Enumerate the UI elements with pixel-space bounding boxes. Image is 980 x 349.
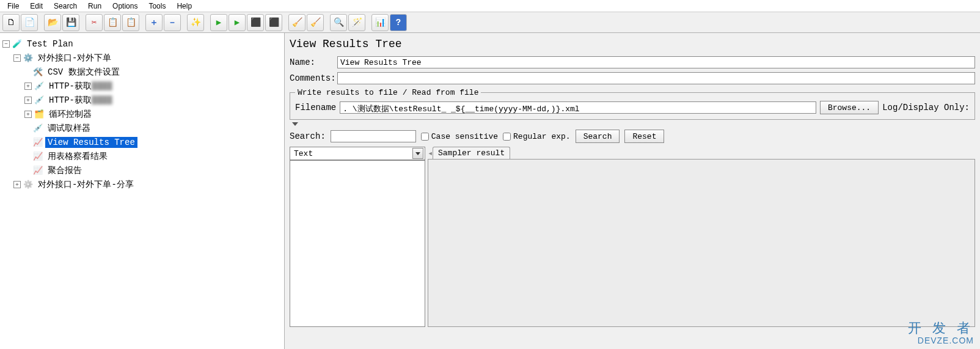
panel-title: View Results Tree: [290, 38, 975, 50]
menubar: File Edit Search Run Options Tools Help: [0, 0, 980, 12]
clear-all-icon[interactable]: 🧹: [307, 14, 324, 31]
filename-input[interactable]: . \测试数据\testResult_ _${__time(yyyy-MM-dd…: [340, 101, 816, 114]
toolbar: 🗋 📄 📂 💾 ✂ 📋 📋 ＋ － ✨ ▶ ▶ ⬛ ⬛ 🧹 🧹 🔍 🪄 📊 ?: [0, 12, 980, 33]
tools-icon: 🛠️: [33, 67, 43, 77]
result-icon: 📈: [33, 138, 43, 147]
log-display-label: Log/Display Only:: [882, 103, 970, 112]
clear-icon[interactable]: 🧹: [288, 14, 305, 31]
chevron-down-icon[interactable]: [412, 148, 423, 159]
add-icon[interactable]: ＋: [145, 14, 163, 31]
start-icon[interactable]: ▶: [210, 14, 227, 31]
search-toolbar-icon[interactable]: 🔍: [330, 14, 347, 31]
cut-icon[interactable]: ✂: [86, 14, 103, 31]
shutdown-icon[interactable]: ⬛: [265, 14, 282, 31]
search-label: Search:: [290, 131, 326, 141]
comments-input[interactable]: [337, 72, 975, 84]
renderer-select[interactable]: Text: [290, 147, 425, 160]
tree-node-http2[interactable]: + 💉 HTTP-获取████: [1, 93, 283, 107]
gear-grey-icon: ⚙️: [23, 180, 33, 189]
tree-node-http1[interactable]: + 💉 HTTP-获取████: [1, 79, 283, 93]
new-icon[interactable]: 🗋: [2, 14, 20, 31]
gear-icon: ⚙️: [23, 53, 33, 63]
regular-exp-checkbox[interactable]: Regular exp.: [503, 132, 571, 141]
tree-node-aggregate[interactable]: 📈 聚合报告: [1, 163, 283, 177]
watermark: 开 发 者 DEVZE.COM: [908, 321, 974, 345]
tree-node-test-plan[interactable]: − 🧪 Test Plan: [1, 37, 283, 51]
wand-icon[interactable]: ✨: [187, 14, 204, 31]
result-icon: 📈: [33, 166, 43, 175]
tree-node-thread-group[interactable]: − ⚙️ 对外接口-对外下单: [1, 51, 283, 65]
tree-node-loop[interactable]: + 🗂️ 循环控制器: [1, 107, 283, 121]
save-icon[interactable]: 💾: [62, 14, 79, 31]
flask-icon: 🧪: [12, 39, 22, 49]
results-list[interactable]: [290, 160, 425, 327]
tab-scroll-icon[interactable]: ◂: [428, 147, 431, 159]
name-input[interactable]: [337, 56, 975, 68]
comments-label: Comments:: [290, 73, 337, 83]
pipette-icon: 💉: [34, 95, 44, 105]
write-results-fieldset: Write results to file / Read from file F…: [290, 88, 975, 120]
editor-panel: View Results Tree Name: Comments: Write …: [285, 33, 980, 349]
copy-icon[interactable]: 📋: [104, 14, 121, 31]
reset-button[interactable]: Reset: [624, 130, 664, 143]
start-no-timer-icon[interactable]: ▶: [229, 14, 246, 31]
menu-options[interactable]: Options: [108, 1, 142, 11]
menu-help[interactable]: Help: [172, 1, 197, 11]
name-label: Name:: [290, 57, 337, 67]
menu-file[interactable]: File: [2, 1, 24, 11]
loop-icon: 🗂️: [34, 109, 44, 119]
fn-helper-icon[interactable]: 📊: [371, 14, 389, 31]
search-input[interactable]: [331, 130, 416, 142]
expand-toggle-icon[interactable]: [292, 122, 298, 126]
menu-tools[interactable]: Tools: [144, 1, 170, 11]
stop-icon[interactable]: ⬛: [247, 14, 264, 31]
tree-node-csv[interactable]: 🛠️ CSV 数据文件设置: [1, 65, 283, 79]
menu-run[interactable]: Run: [83, 1, 106, 11]
tree-node-table-view[interactable]: 📈 用表格察看结果: [1, 149, 283, 163]
tree-node-thread-group-2[interactable]: + ⚙️ 对外接口-对外下单-分享: [1, 177, 283, 191]
tree-node-view-results[interactable]: 📈 View Results Tree: [1, 135, 283, 149]
result-icon: 📈: [33, 152, 43, 161]
templates-icon[interactable]: 📄: [21, 14, 38, 31]
help-icon[interactable]: ?: [390, 14, 407, 31]
fieldset-legend: Write results to file / Read from file: [295, 88, 481, 97]
search-button[interactable]: Search: [576, 130, 620, 143]
menu-edit[interactable]: Edit: [25, 1, 48, 11]
case-sensitive-checkbox[interactable]: Case sensitive: [421, 132, 498, 141]
browse-button[interactable]: Browse...: [820, 101, 879, 114]
paste-icon[interactable]: 📋: [122, 14, 139, 31]
remove-icon[interactable]: －: [164, 14, 181, 31]
reset-search-icon[interactable]: 🪄: [348, 14, 365, 31]
pipette-icon: 💉: [33, 123, 43, 133]
test-plan-tree[interactable]: − 🧪 Test Plan − ⚙️ 对外接口-对外下单 🛠️ CSV 数据文件…: [0, 33, 285, 349]
menu-search[interactable]: Search: [49, 1, 82, 11]
result-content: [428, 159, 975, 327]
open-icon[interactable]: 📂: [44, 14, 61, 31]
filename-label: Filename: [295, 103, 336, 112]
tree-node-debug[interactable]: 💉 调试取样器: [1, 121, 283, 135]
tab-sampler-result[interactable]: Sampler result: [433, 147, 510, 159]
pipette-icon: 💉: [34, 81, 44, 91]
